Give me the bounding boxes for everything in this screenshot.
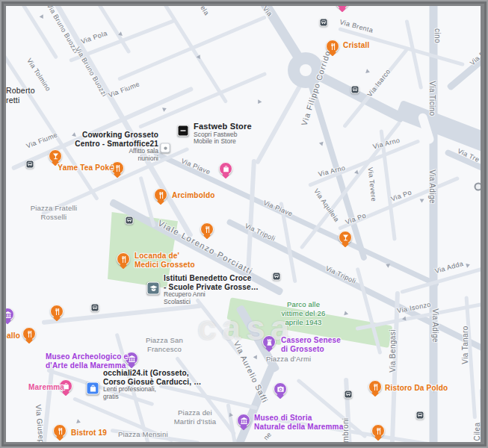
oneway-arrow-icon	[466, 262, 471, 267]
oneway-arrow-icon	[117, 31, 123, 37]
arcimboldo-label[interactable]: Arcimboldo	[172, 191, 215, 200]
road	[6, 49, 99, 201]
oneway-arrow-icon	[229, 413, 234, 418]
fastweb-store-icon[interactable]	[178, 125, 189, 137]
oneway-arrow-icon	[353, 169, 358, 175]
piazza-dei-martiri-d-istia-label: Piazza deiMartiri d'Istia	[165, 408, 225, 426]
street-label: Cilea	[473, 423, 481, 441]
street-label: cino	[433, 28, 442, 43]
road	[308, 139, 420, 187]
road	[430, 6, 438, 442]
road	[42, 304, 202, 325]
map-window: casa Via PolaVia Bruno BuozziVia Bruno B…	[0, 0, 488, 448]
piazza-san-francesco-label: Piazza SanFrancesco	[141, 336, 188, 354]
oneway-arrow-icon	[162, 106, 167, 111]
street-label: Via Fiume	[108, 80, 141, 99]
bus-stop-icon[interactable]	[126, 217, 134, 225]
street-label: Via Tevere	[367, 167, 378, 202]
restaurant-icon[interactable]	[154, 188, 167, 202]
restaurant-icon[interactable]	[200, 223, 214, 236]
museum-icon[interactable]	[237, 414, 250, 427]
shopping-bag-icon[interactable]	[219, 162, 232, 175]
restaurant-icon[interactable]	[368, 380, 382, 393]
roberto-retti-label: Robertoretti	[6, 86, 51, 105]
yame-tea-poke-label[interactable]: Yame Tea Poké	[51, 164, 114, 172]
bus-stop-icon[interactable]	[345, 391, 353, 399]
oneway-arrow-icon	[40, 14, 46, 19]
locanda-de-medici-label[interactable]: Locanda de'Medici Grosseto	[135, 252, 195, 269]
bus-stop-icon[interactable]	[273, 273, 281, 281]
street-label: Via Adige	[431, 308, 439, 343]
street-label: Via Ticino	[428, 81, 436, 116]
restaurant-icon[interactable]	[50, 305, 64, 318]
restaurant-icon[interactable]	[371, 424, 385, 438]
maremma-label[interactable]: Maremma	[28, 383, 64, 392]
oneway-arrow-icon	[385, 262, 390, 268]
cristall-label[interactable]: Cristall	[343, 41, 370, 50]
bus-stop-icon[interactable]	[26, 161, 34, 169]
coworking-smartoffice21-label[interactable]: Coworking GrossetoCentro - Smartoffice21…	[75, 131, 158, 163]
bus-stop-icon[interactable]	[320, 19, 328, 27]
restaurant-icon[interactable]	[22, 327, 36, 340]
museum-icon[interactable]	[6, 308, 14, 321]
museo-archeologico-label[interactable]: Museo Archeologico ed'Arte della Maremma	[46, 352, 123, 370]
cassero-senese-label[interactable]: Cassero Senesedi Grosseto	[281, 336, 341, 353]
oneway-arrow-icon	[419, 199, 424, 202]
shopping-bag-blue-icon[interactable]	[87, 382, 99, 395]
parco-alle-vittime-label: Parco allevittime del 26aprile 1943	[269, 300, 338, 327]
oneway-arrow-icon	[402, 317, 407, 322]
restaurant-icon[interactable]	[326, 40, 339, 53]
road	[138, 71, 267, 128]
oneway-arrow-icon	[343, 311, 348, 315]
drink-icon[interactable]	[49, 149, 62, 163]
ristoro-da-poldo-label[interactable]: Ristoro Da Poldo	[385, 384, 448, 393]
bus-stop-icon[interactable]	[351, 86, 359, 94]
oneway-arrow-icon	[365, 69, 371, 74]
gallo-label[interactable]: Gallo	[6, 332, 20, 340]
camera-icon[interactable]	[274, 382, 287, 396]
shopping-bag-icon[interactable]	[336, 6, 349, 9]
oneway-arrow-icon	[319, 142, 324, 147]
bus-stop-icon[interactable]	[416, 411, 424, 420]
museo-storia-naturale-label[interactable]: Museo di StoriaNaturale della Maremma	[254, 414, 343, 431]
restaurant-icon[interactable]	[117, 252, 130, 266]
bistrot-19-label[interactable]: Bistrot 19	[71, 429, 107, 438]
office-icon[interactable]	[161, 143, 170, 153]
piazza-fratelli-rosselli-label: Piazza FratelliRosselli	[22, 204, 85, 222]
istituti-benedetto-croce-label[interactable]: Istituti Benedetto Croce- Scuole Private…	[164, 274, 259, 306]
street-label: Via Adige	[428, 169, 436, 204]
occhiali24-label[interactable]: occhiali24.it (Grosseto,Corso Giosuè Car…	[103, 369, 202, 401]
piazza-d-armi-label: Piazza d'Armi	[266, 355, 326, 364]
oneway-arrow-icon	[76, 419, 81, 424]
castle-icon[interactable]	[262, 335, 276, 349]
fastweb-store-label[interactable]: Fastweb StoreScopri FastwebMobile in Sto…	[194, 122, 252, 146]
street-label: ela	[199, 6, 211, 16]
bus-stop-icon[interactable]	[91, 304, 99, 312]
oneway-arrow-icon	[256, 99, 262, 105]
road	[255, 81, 304, 165]
oneway-arrow-icon	[253, 355, 259, 360]
poi-dot-icon[interactable]	[475, 183, 481, 191]
piazza-mensini-label: Piazza Mensini	[118, 430, 185, 439]
street-label: Via Pola	[80, 29, 108, 45]
drink-icon[interactable]	[339, 231, 352, 244]
street-label: ne	[262, 431, 274, 442]
school-icon[interactable]	[147, 282, 160, 295]
restaurant-icon[interactable]	[53, 424, 67, 438]
roundabout-island	[300, 64, 312, 76]
map-canvas[interactable]: casa Via PolaVia Bruno BuozziVia Bruno B…	[6, 6, 481, 442]
street-label: Via Tanaro	[461, 326, 469, 364]
road	[246, 159, 256, 271]
street-label: Via Bengasi	[389, 329, 397, 373]
